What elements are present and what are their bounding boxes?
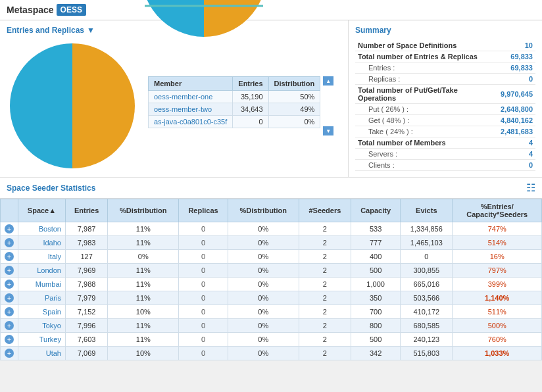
pct-dist1-val: 11% [108, 222, 179, 236]
table-row: + Italy 127 0% 0 0% 2 400 0 16% [1, 250, 542, 264]
summary-label: Take ( 24% ) : [355, 126, 498, 137]
capacity-val: 800 [351, 319, 400, 333]
summary-value: 4,840,162 [498, 115, 535, 126]
expand-btn-cell[interactable]: + [1, 305, 18, 319]
space-name[interactable]: Boston [18, 222, 66, 236]
pct-entries-val: 1,140% [453, 291, 542, 305]
col-space[interactable]: Space▲ [18, 199, 66, 222]
col-evicts[interactable]: Evicts [401, 199, 453, 222]
expand-btn-cell[interactable]: + [1, 264, 18, 278]
summary-value: 4 [498, 137, 535, 149]
pct-dist2-val: 0% [228, 333, 299, 347]
expand-btn-cell[interactable]: + [1, 236, 18, 250]
expand-btn-cell[interactable]: + [1, 333, 18, 347]
space-name[interactable]: Utah [18, 347, 66, 360]
expand-btn-cell[interactable]: + [1, 347, 18, 360]
expand-btn-cell[interactable]: + [1, 319, 18, 333]
replicas-val: 0 [179, 333, 228, 347]
expand-button[interactable]: + [5, 307, 14, 316]
pie-chart [7, 40, 138, 172]
space-name[interactable]: Mumbai [18, 278, 66, 291]
summary-label: Total number of Members [355, 137, 498, 149]
member-row: as-java-c0a801c0-c35f 0 0% [149, 116, 320, 128]
capacity-val: 1,000 [351, 278, 400, 291]
expand-btn-cell[interactable]: + [1, 291, 18, 305]
pct-entries-val: 511% [453, 305, 542, 319]
pct-entries-val: 500% [453, 319, 542, 333]
scroll-up-button[interactable]: ▲ [323, 76, 333, 86]
top-section: Entries and Replicas ▼ [0, 20, 542, 178]
member-row: oess-member-one 35,190 50% [149, 91, 320, 103]
space-name[interactable]: London [18, 264, 66, 278]
table-row: + Boston 7,987 11% 0 0% 2 533 1,334,856 … [1, 222, 542, 236]
seeders-val: 2 [299, 319, 351, 333]
evicts-val: 1,334,856 [401, 222, 453, 236]
pct-entries-val: 16% [453, 250, 542, 264]
space-name[interactable]: Idaho [18, 236, 66, 250]
space-name[interactable]: Turkey [18, 333, 66, 347]
space-name[interactable]: Paris [18, 291, 66, 305]
expand-button[interactable]: + [5, 293, 14, 303]
member-entries: 0 [233, 116, 268, 128]
evicts-val: 503,566 [401, 291, 453, 305]
summary-table: Number of Space Definitions 10 Total num… [355, 40, 535, 171]
product-badge: OESS [57, 4, 86, 16]
member-name: oess-member-two [149, 103, 233, 116]
pct-dist2-val: 0% [228, 347, 299, 360]
expand-button[interactable]: + [5, 349, 14, 358]
pct-entries-val: 1,033% [453, 347, 542, 360]
evicts-val: 1,465,103 [401, 236, 453, 250]
col-pct-dist1[interactable]: %Distribution [108, 199, 179, 222]
pct-dist1-val: 11% [108, 236, 179, 250]
seeders-val: 2 [299, 347, 351, 360]
col-pct-dist2[interactable]: %Distribution [228, 199, 299, 222]
expand-button[interactable]: + [5, 238, 14, 247]
expand-button[interactable]: + [5, 224, 14, 233]
capacity-val: 400 [351, 250, 400, 264]
space-name[interactable]: Tokyo [18, 319, 66, 333]
summary-row: Clients : 0 [355, 160, 535, 171]
pct-dist1-val: 11% [108, 291, 179, 305]
list-icon[interactable]: ☷ [526, 182, 535, 194]
entries-val: 7,983 [65, 236, 107, 250]
col-pct-entries[interactable]: %Entries/ Capacity*Seeders [453, 199, 542, 222]
expand-btn-cell[interactable]: + [1, 278, 18, 291]
expand-button[interactable]: + [5, 335, 14, 344]
expand-button[interactable]: + [5, 321, 14, 330]
space-name[interactable]: Italy [18, 250, 66, 264]
space-name[interactable]: Spain [18, 305, 66, 319]
member-table-container: Member Entries Distribution oess-member-… [148, 76, 333, 135]
capacity-val: 700 [351, 305, 400, 319]
evicts-val: 515,803 [401, 347, 453, 360]
evicts-val: 410,172 [401, 305, 453, 319]
summary-value: 10 [498, 40, 535, 51]
replicas-val: 0 [179, 319, 228, 333]
entries-val: 7,987 [65, 222, 107, 236]
expand-button[interactable]: + [5, 252, 14, 261]
col-seeders[interactable]: #Seeders [299, 199, 351, 222]
expand-button[interactable]: + [5, 280, 14, 289]
capacity-val: 350 [351, 291, 400, 305]
expand-button[interactable]: + [5, 266, 14, 275]
scroll-down-button[interactable]: ▼ [323, 126, 333, 135]
pct-dist2-val: 0% [228, 305, 299, 319]
seeders-val: 2 [299, 222, 351, 236]
evicts-val: 240,123 [401, 333, 453, 347]
summary-value: 2,481,683 [498, 126, 535, 137]
col-replicas[interactable]: Replicas [179, 199, 228, 222]
capacity-val: 500 [351, 264, 400, 278]
pct-dist2-val: 0% [228, 250, 299, 264]
replicas-val: 0 [179, 291, 228, 305]
entries-replicas-label: Entries and Replicas [7, 26, 84, 35]
evicts-val: 680,585 [401, 319, 453, 333]
summary-label: Total number of Entries & Replicas [355, 51, 498, 62]
col-capacity[interactable]: Capacity [351, 199, 400, 222]
summary-value: 69,833 [498, 62, 535, 74]
dropdown-icon[interactable]: ▼ [87, 26, 95, 35]
expand-btn-cell[interactable]: + [1, 250, 18, 264]
col-entries[interactable]: Entries [65, 199, 107, 222]
replicas-val: 0 [179, 305, 228, 319]
table-row: + Utah 7,069 10% 0 0% 2 342 515,803 1,03… [1, 347, 542, 360]
summary-value: 2,648,800 [498, 104, 535, 115]
expand-btn-cell[interactable]: + [1, 222, 18, 236]
